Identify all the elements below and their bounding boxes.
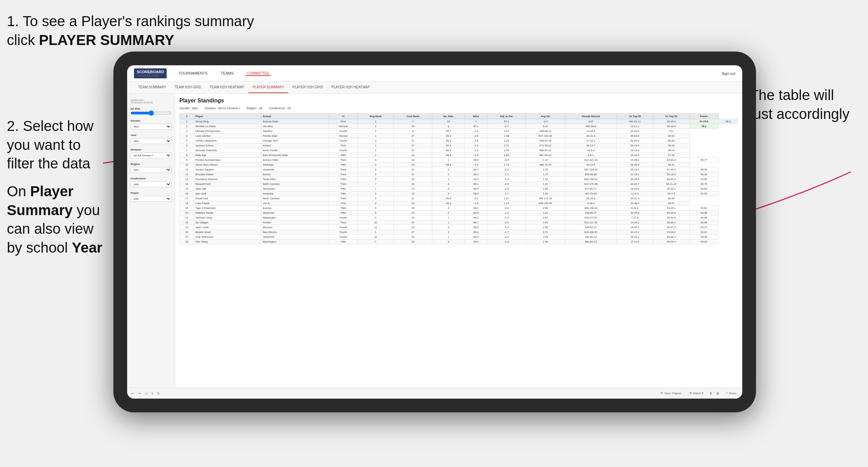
tablet-screen: SCOREBOARD Powered by clippi TOURNAMENTS… <box>127 65 742 399</box>
filter-gender: Gender: Men <box>179 107 198 110</box>
table-row: 10Jacob Skov-OlesenArkansasFifth22368.4-… <box>180 163 738 167</box>
sign-out-link[interactable]: Sign out <box>722 71 735 76</box>
subnav-team-h2h-heatmap[interactable]: TEAM H2H HEATMAP <box>205 82 248 93</box>
table-row: 19Tiger ChristensenArizonaThird523269.2-… <box>180 206 738 211</box>
table-row: 11Gordon SargentVanderbiltThird421068.7-… <box>180 167 738 172</box>
col-no-rds: No. Rds. <box>432 114 465 119</box>
table-row: 6Jackson KoivunAuburnFirst12767.3-2.02.7… <box>180 143 738 148</box>
table-row: 1Wenyi DingArizona StateFirst1115167.1-3… <box>180 119 738 124</box>
table-row: 3Michael ThorbjornsenStanfordFourth2868.… <box>180 129 738 134</box>
table-row: 23Jack LundinMissouriFourth1124068.6-2.3… <box>180 225 738 230</box>
col-school: School <box>261 114 329 119</box>
table-row: 12Brendan ValdesAuburnThird537068.4-1.11… <box>180 172 738 177</box>
sidebar: Update time: 27/03/2024 16:56:26 No Rds.… <box>127 93 175 388</box>
col-vs-top25: Vs Top 25 <box>617 114 653 119</box>
col-num: # <box>180 114 194 119</box>
nav-bar: SCOREBOARD Powered by clippi TOURNAMENTS… <box>127 65 742 82</box>
col-yr: Yr <box>329 114 357 119</box>
col-conf-rank: Conf Rank <box>394 114 432 119</box>
sidebar-region: Region N/A <box>131 163 171 173</box>
sidebar-update: Update time: 27/03/2024 16:56:26 <box>131 99 171 104</box>
table-row: 22Ian GilliganFloridaThird1024168.7-0.91… <box>180 220 738 225</box>
table-row: 26Petr HrubyWashingtonFifth725068.6-1.81… <box>180 240 738 244</box>
table-row: 7Nicholas GabrelcikNorth FloridaFourth12… <box>180 148 738 153</box>
table-row: 5Christo LamprechtGeorgia TechFourth2216… <box>180 138 738 143</box>
annotation-1: 1. To see a Player's rankings summary cl… <box>7 12 265 49</box>
region-select[interactable]: N/A <box>131 167 171 173</box>
tablet: SCOREBOARD Powered by clippi TOURNAMENTS… <box>113 52 756 412</box>
subnav-player-h2h-heatmap[interactable]: PLAYER H2H HEATMAP <box>327 82 374 93</box>
table-row: 18Luke PowellUCLAFirst42469.1-1.81.13500… <box>180 201 738 206</box>
subnav-team-summary[interactable]: TEAM SUMMARY <box>134 82 170 93</box>
nav-right: Sign out <box>722 71 735 76</box>
sidebar-conference: Conference (All) <box>131 177 171 187</box>
toolbar-copy[interactable]: ⎘ <box>152 392 153 395</box>
table-row: 9Preston SummerhaysArizona StateThird324… <box>180 158 738 163</box>
subnav-player-h2h-grid[interactable]: PLAYER H2H GRID <box>288 82 327 93</box>
share-btn[interactable]: ↗ Share <box>723 391 738 396</box>
nav-teams[interactable]: TEAMS <box>219 71 235 76</box>
sidebar-division: Division NCAA Division I <box>131 148 171 158</box>
nav-links: TOURNAMENTS TEAMS COMMITTEE <box>177 71 721 76</box>
col-overall: Overall Record <box>565 114 616 119</box>
table-row: 8Mats EgeEast Tennessee StateFifth12468.… <box>180 153 738 158</box>
toolbar-undo[interactable]: ↩ <box>131 392 134 395</box>
table-row: 15Jake HallTennesseeFifth718068.5-1.51.6… <box>180 187 738 191</box>
subnav-player-summary[interactable]: PLAYER SUMMARY <box>248 82 288 93</box>
sidebar-rds: No Rds. <box>131 107 171 115</box>
division-select[interactable]: NCAA Division I <box>131 153 171 158</box>
logo: SCOREBOARD Powered by clippi <box>134 68 167 79</box>
year-select[interactable]: (All) <box>131 138 171 144</box>
table-header-row: # Player School Yr Reg Rank Conf Rank No… <box>180 114 738 119</box>
col-avg-sg: Avg SG <box>526 114 565 119</box>
sub-nav: TEAM SUMMARY TEAM H2H GRID TEAM H2H HEAT… <box>127 82 742 93</box>
conference-select[interactable]: (All) <box>131 181 171 187</box>
toolbar-redo[interactable]: ↪ <box>138 392 141 395</box>
sidebar-gender: Gender Men <box>131 119 171 130</box>
annotation-2: 2. Select how you want to filter the dat… <box>7 117 113 173</box>
sidebar-year: Year (All) <box>131 134 171 144</box>
nav-tournaments[interactable]: TOURNAMENTS <box>177 71 209 76</box>
player-select[interactable]: (All) <box>131 196 171 202</box>
view-original-btn[interactable]: 👁 View: Original <box>658 391 683 396</box>
col-vs-top50: Vs Top 50 <box>653 114 690 119</box>
col-points: Points <box>689 114 718 119</box>
table-row: 17David FordNorth CarolinaThird42169.0-0… <box>180 196 738 201</box>
table-row: 25Cole SherwoodVanderbiltFourth1223169.3… <box>180 235 738 240</box>
table-row: 21Taehoon SongWashingtonFourth423169.2-1… <box>180 215 738 220</box>
bottom-toolbar: ↩ ↪ ◁ ⎘ ↻ 👁 View: Original 👁 Watch ▾ ⬇ ⊞… <box>127 388 742 399</box>
nav-committee[interactable]: COMMITTEE <box>245 71 271 76</box>
table-row: 4Luke ClantonFlorida StateSecond12768.2-… <box>180 134 738 138</box>
table-row: 20Matthew RiedelVanderbiltFifth922068.5-… <box>180 211 738 215</box>
toolbar-refresh[interactable]: ↻ <box>157 392 160 395</box>
filter-conference: Conference: All <box>269 107 291 110</box>
player-table: # Player School Yr Reg Rank Conf Rank No… <box>179 113 738 244</box>
col-player: Player <box>194 114 261 119</box>
sidebar-player: Player (All) <box>131 191 171 202</box>
table-area: Player Standings Gender: Men Division: N… <box>175 93 742 388</box>
col-reg-rank: Reg Rank <box>358 114 394 119</box>
col-adj: Adj. to Par <box>487 114 526 119</box>
col-wins: Wins <box>465 114 487 119</box>
subnav-team-h2h-grid[interactable]: TEAM H2H GRID <box>170 82 205 93</box>
filter-region: Region: All <box>247 107 262 110</box>
gender-select[interactable]: Men <box>131 124 171 130</box>
filter-row: Gender: Men Division: NCAA Division I Re… <box>179 107 738 110</box>
table-row: 13Phichaksn MaichonTexas A&MThird630169.… <box>180 177 738 182</box>
toolbar-back[interactable]: ◁ <box>145 392 147 395</box>
logo-area: SCOREBOARD Powered by clippi <box>134 68 167 79</box>
rds-slider[interactable] <box>131 112 171 114</box>
annotation-bottom: On Player Summary you can also view by s… <box>7 182 124 257</box>
table-title: Player Standings <box>179 98 738 104</box>
watch-btn[interactable]: 👁 Watch ▾ <box>687 391 705 396</box>
filter-division: Division: NCAA Division I <box>205 107 240 110</box>
table-row: 14Maxwell FordNorth CarolinaThird723069.… <box>180 182 738 187</box>
main-content: Update time: 27/03/2024 16:56:26 No Rds.… <box>127 93 742 388</box>
table-row: 2Michael La SassoOle MissSecond118067.1-… <box>180 124 738 129</box>
table-row: 24Bastien AmatNew MexicoFourth127269.4-1… <box>180 230 738 235</box>
table-row: 16Alex GoffKentuckyFifth919068.3-1.71.92… <box>180 191 738 196</box>
